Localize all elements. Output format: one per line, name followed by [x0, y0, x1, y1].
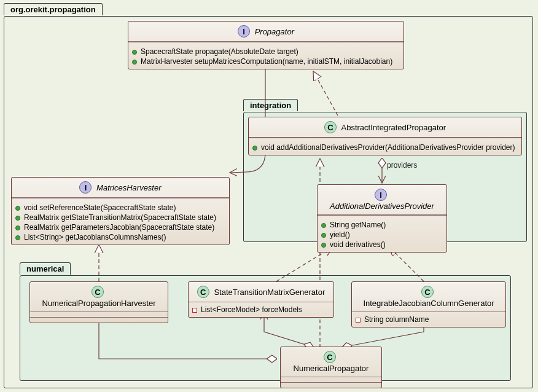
private-icon [192, 308, 197, 313]
class-name: MatricesHarvester [96, 183, 161, 192]
package-label: numerical [20, 262, 71, 275]
package-label: integration [243, 99, 298, 111]
class-state-transition-matrix-generator: C StateTransitionMatrixGenerator List<Fo… [188, 281, 334, 318]
class-member: MatrixHarvester setupMatricesComputation… [141, 57, 392, 66]
class-name: IntegrableJacobianColumnGenerator [363, 299, 494, 308]
class-member: void setReferenceState(SpacecraftState s… [24, 203, 176, 212]
private-icon [356, 318, 361, 323]
class-member: String columnName [364, 315, 429, 324]
class-numerical-propagation-harvester: C NumericalPropagationHarvester [29, 281, 168, 323]
package-label: org.orekit.propagation [4, 3, 103, 15]
class-member: SpacecraftState propagate(AbsoluteDate t… [141, 47, 298, 56]
public-icon [321, 243, 326, 248]
class-member: yield() [330, 230, 350, 239]
interface-additional-derivatives-provider: I AdditionalDerivativesProvider String g… [317, 184, 447, 253]
public-icon [15, 235, 20, 240]
class-icon: C [421, 286, 434, 298]
class-name: StateTransitionMatrixGenerator [214, 288, 325, 297]
class-member: void derivatives() [330, 240, 386, 249]
class-member: void addAdditionalDerivativesProvider(Ad… [261, 143, 515, 152]
interface-icon: I [375, 189, 387, 201]
class-member: List<String> getJacobiansColumnsNames() [24, 233, 166, 241]
interface-propagator: I Propagator SpacecraftState propagate(A… [128, 21, 404, 69]
class-integrable-jacobian-column-generator: C IntegrableJacobianColumnGenerator Stri… [351, 281, 506, 327]
class-name: NumericalPropagationHarvester [42, 299, 156, 308]
class-abstract-integrated-propagator: C AbstractIntegratedPropagator void addA… [248, 117, 522, 155]
class-member: String getName() [330, 221, 386, 229]
class-name: Propagator [255, 27, 294, 36]
public-icon [132, 50, 137, 55]
public-icon [252, 146, 257, 151]
class-member: RealMatrix getStateTransitionMatrix(Spac… [24, 213, 216, 222]
public-icon [15, 216, 20, 221]
public-icon [321, 223, 326, 228]
interface-matrices-harvester: I MatricesHarvester void setReferenceSta… [11, 177, 230, 245]
public-icon [15, 206, 20, 211]
public-icon [132, 60, 137, 65]
class-numerical-propagator: C NumericalPropagator [280, 347, 382, 388]
class-member: List<ForceModel> forceModels [201, 305, 302, 314]
class-icon: C [197, 286, 209, 298]
public-icon [15, 225, 20, 230]
class-name: NumericalPropagator [294, 364, 369, 373]
class-name: AdditionalDerivativesProvider [330, 202, 434, 211]
class-member: RealMatrix getParametersJacobian(Spacecr… [24, 223, 214, 232]
class-icon: C [324, 121, 337, 133]
class-name: AbstractIntegratedPropagator [341, 123, 446, 132]
class-icon: C [92, 286, 104, 298]
public-icon [321, 233, 326, 238]
interface-icon: I [238, 25, 250, 37]
interface-icon: I [79, 181, 92, 194]
relation-label-providers: providers [387, 161, 417, 170]
class-icon: C [324, 351, 336, 363]
